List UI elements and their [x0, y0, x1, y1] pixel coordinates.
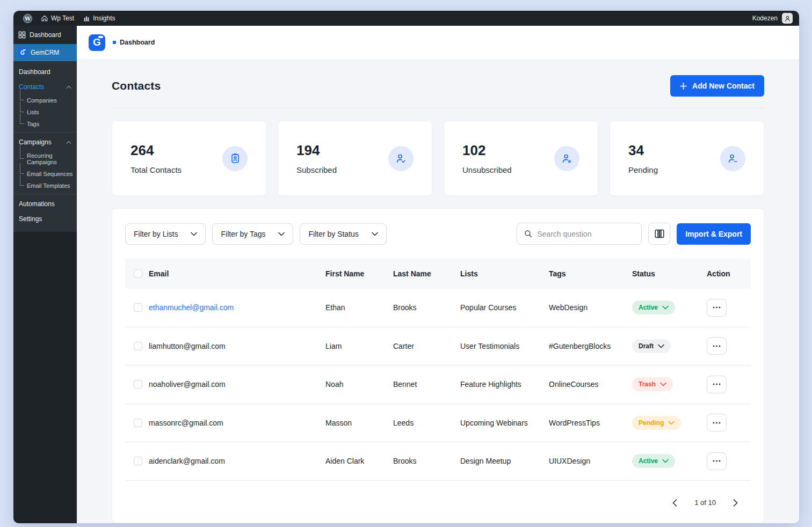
last-name-cell: Brooks: [393, 457, 460, 465]
filter-lists-label: Filter by Lists: [134, 230, 178, 238]
submenu-item-email-templates[interactable]: Email Templates: [13, 180, 77, 192]
breadcrumb-label: Dashboard: [120, 39, 155, 46]
row-actions-button[interactable]: [707, 337, 727, 355]
submenu-item-dashboard[interactable]: Dashboard: [13, 64, 77, 79]
next-page-button[interactable]: [732, 498, 739, 508]
bar-chart-icon: [83, 14, 90, 22]
user-x-icon: [554, 146, 579, 171]
filter-by-status-dropdown[interactable]: Filter by Status: [300, 223, 386, 245]
account-menu[interactable]: Kodezen: [752, 13, 794, 24]
search-input[interactable]: [537, 230, 634, 238]
lists-cell: Feature Highlights: [460, 380, 549, 389]
select-all-checkbox[interactable]: [134, 269, 142, 278]
chevron-down-icon: [658, 344, 664, 348]
chevron-down-icon: [662, 459, 669, 463]
status-dropdown[interactable]: Trash: [632, 377, 673, 391]
column-header-tags: Tags: [549, 269, 632, 278]
insights-menu[interactable]: Insights: [78, 11, 119, 26]
sidebar-dashboard-label: Dashboard: [30, 31, 61, 39]
page-indicator: 1 of 10: [694, 499, 716, 507]
stat-card-subscribed: 194 Subscribed: [278, 121, 432, 196]
sidebar-item-gemcrm[interactable]: G GemCRM: [13, 44, 77, 61]
submenu-automations-label: Automations: [19, 200, 55, 208]
row-actions-button[interactable]: [707, 414, 727, 431]
column-header-lists: Lists: [460, 269, 549, 278]
lists-cell: Design Meetup: [460, 457, 549, 465]
row-actions-button[interactable]: [707, 376, 727, 393]
contact-email-link[interactable]: ethanmuchel@gmail.com: [149, 303, 234, 312]
row-checkbox[interactable]: [134, 342, 142, 350]
wp-sidebar: Dashboard G GemCRM Dashboard Contacts Co…: [13, 26, 77, 523]
column-header-email: Email: [149, 269, 325, 278]
sidebar-filler: [13, 232, 77, 523]
campaigns-children: Recurring Campaigns Email Sequences Emai…: [13, 150, 77, 192]
contact-email-link[interactable]: noaholiver@gmail.com: [149, 380, 226, 389]
row-checkbox[interactable]: [134, 457, 142, 465]
add-new-contact-button[interactable]: Add New Contact: [670, 75, 764, 97]
contact-email-link[interactable]: aidenclark@gmail.com: [149, 457, 225, 465]
row-checkbox[interactable]: [134, 303, 142, 312]
filter-by-lists-dropdown[interactable]: Filter by Lists: [125, 223, 206, 245]
search-box: [517, 223, 642, 245]
chevron-right-icon: [733, 499, 738, 507]
chevron-up-icon: [66, 85, 71, 89]
chevron-down-icon: [662, 305, 669, 310]
row-actions-button[interactable]: [707, 452, 727, 470]
pagination: 1 of 10: [125, 495, 751, 513]
add-new-contact-label: Add New Contact: [692, 82, 755, 90]
status-dropdown[interactable]: Active: [632, 454, 675, 468]
site-name-menu[interactable]: Wp Test: [37, 11, 78, 26]
sidebar-item-dashboard-wp[interactable]: Dashboard: [13, 26, 77, 44]
submenu-item-automations[interactable]: Automations: [13, 196, 77, 211]
stats-row: 264 Total Contacts 194 Subscribed: [112, 121, 764, 196]
chevron-down-icon: [668, 421, 675, 425]
column-header-last-name: Last Name: [393, 269, 460, 278]
stat-label: Total Contacts: [130, 165, 182, 174]
avatar: [782, 13, 793, 24]
stat-card-total-contacts: 264 Total Contacts: [112, 121, 266, 196]
header-divider: [112, 108, 764, 108]
table-row: ethanmuchel@gmail.com Ethan Brooks Popul…: [125, 289, 751, 327]
tags-cell: WebDesign: [549, 303, 632, 312]
gemcrm-label: GemCRM: [31, 49, 59, 56]
table-row: noaholiver@gmail.com Noah Bennet Feature…: [125, 365, 751, 404]
chevron-left-icon: [672, 499, 677, 507]
status-dropdown[interactable]: Pending: [632, 416, 681, 430]
submenu-dashboard-label: Dashboard: [19, 68, 50, 76]
contact-email-link[interactable]: massonrc@gmail.com: [149, 419, 223, 427]
columns-toggle-button[interactable]: [648, 223, 670, 245]
lists-cell: User Testimonials: [460, 342, 549, 350]
plus-icon: [680, 83, 687, 90]
status-label: Pending: [639, 419, 664, 427]
status-dropdown[interactable]: Active: [632, 301, 675, 314]
row-actions-button[interactable]: [707, 299, 727, 317]
row-checkbox[interactable]: [134, 419, 142, 427]
app-window: W Wp Test Insights Kodezen Dashboard G: [13, 11, 799, 523]
import-export-button[interactable]: Import & Export: [677, 223, 751, 245]
status-label: Active: [639, 457, 658, 465]
contact-card-icon: [222, 146, 248, 171]
filter-status-label: Filter by Status: [308, 230, 358, 238]
previous-page-button[interactable]: [671, 498, 678, 508]
filter-by-tags-dropdown[interactable]: Filter by Tags: [212, 223, 293, 245]
wp-logo-menu[interactable]: W: [19, 11, 37, 26]
contact-email-link[interactable]: liamhutton@gmail.com: [149, 342, 226, 350]
home-icon: [41, 14, 48, 22]
contacts-table-card: Filter by Lists Filter by Tags Filter by…: [112, 208, 764, 523]
submenu-item-settings[interactable]: Settings: [13, 211, 77, 226]
row-checkbox[interactable]: [134, 380, 142, 389]
first-name-cell: Masson: [325, 419, 393, 427]
status-dropdown[interactable]: Draft: [632, 339, 671, 353]
tags-cell: #GutenbergBlocks: [549, 342, 632, 350]
plugin-header: G Dashboard: [77, 26, 799, 59]
first-name-cell: Noah: [325, 380, 393, 389]
breadcrumb-bullet-icon: [113, 41, 116, 44]
first-name-cell: Liam: [325, 342, 393, 350]
ellipsis-icon: [713, 383, 721, 385]
submenu-item-tags[interactable]: Tags: [13, 118, 77, 130]
user-check-icon: [388, 146, 414, 171]
stat-value: 34: [628, 142, 658, 159]
breadcrumb: Dashboard: [113, 39, 155, 46]
gemcrm-submenu: Dashboard Contacts Companies Lists Tags …: [13, 61, 77, 232]
table-row: liamhutton@gmail.com Liam Carter User Te…: [125, 327, 751, 366]
